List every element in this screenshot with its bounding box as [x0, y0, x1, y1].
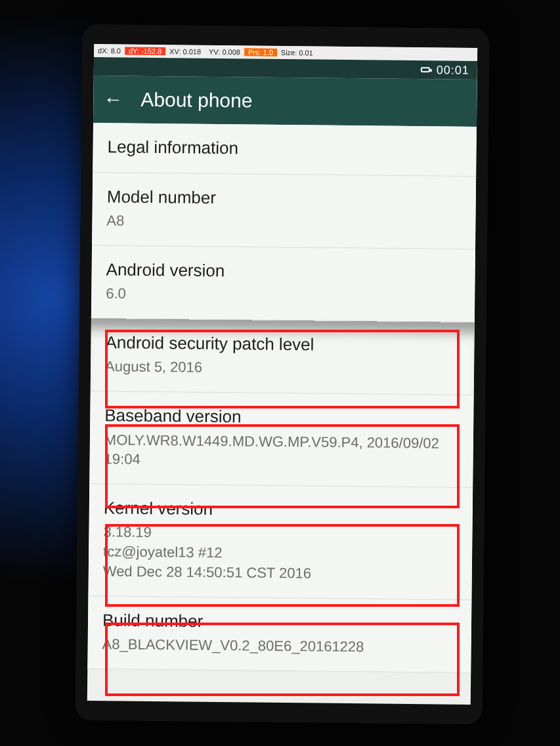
debug-size: Size: 0.01: [277, 49, 317, 57]
item-value: A8_BLACKVIEW_V0.2_80E6_20161228: [102, 634, 457, 657]
item-model-number[interactable]: Model number A8: [92, 172, 476, 249]
debug-xv: XV: 0.018: [165, 47, 205, 56]
battery-icon: [421, 67, 430, 72]
item-label: Android version: [106, 259, 460, 284]
item-value: MOLY.WR8.W1449.MD.WG.MP.V59.P4, 2016/09/…: [104, 430, 459, 473]
item-label: Build number: [102, 609, 457, 634]
clock: 00:01: [437, 63, 469, 77]
phone-screen: dX: 8.0 dY: -152.8 XV: 0.018 YV: 0.008 P…: [87, 44, 477, 705]
item-android-version[interactable]: Android version 6.0: [91, 246, 475, 322]
phone-body: dX: 8.0 dY: -152.8 XV: 0.018 YV: 0.008 P…: [75, 24, 489, 724]
page-title: About phone: [140, 89, 253, 112]
debug-dx: dX: 8.0: [94, 47, 125, 55]
item-build-number[interactable]: Build number A8_BLACKVIEW_V0.2_80E6_2016…: [87, 596, 471, 672]
item-security-patch[interactable]: Android security patch level August 5, 2…: [91, 318, 475, 395]
item-kernel-version[interactable]: Kernel version 3.18.19 tcz@joyatel13 #12…: [88, 484, 473, 600]
item-label: Legal information: [107, 136, 462, 161]
item-baseband-version[interactable]: Baseband version MOLY.WR8.W1449.MD.WG.MP…: [89, 391, 473, 488]
item-value: August 5, 2016: [105, 357, 460, 380]
item-label: Model number: [107, 186, 462, 211]
item-value: 3.18.19 tcz@joyatel13 #12 Wed Dec 28 14:…: [103, 523, 458, 585]
back-button[interactable]: ←: [101, 87, 125, 111]
settings-list: Legal information Model number A8 Androi…: [87, 123, 477, 673]
debug-prs: Prs: 1.0: [244, 48, 277, 56]
app-bar: ← About phone: [93, 76, 477, 127]
item-legal-information[interactable]: Legal information: [93, 123, 477, 177]
item-label: Kernel version: [104, 497, 458, 522]
debug-dy: dY: -152.8: [125, 47, 165, 55]
item-value: A8: [106, 211, 461, 234]
back-arrow-icon: ←: [103, 88, 123, 110]
item-value: 6.0: [106, 284, 460, 307]
debug-yv: YV: 0.008: [205, 48, 244, 56]
item-label: Android security patch level: [105, 332, 460, 357]
item-label: Baseband version: [104, 405, 459, 429]
